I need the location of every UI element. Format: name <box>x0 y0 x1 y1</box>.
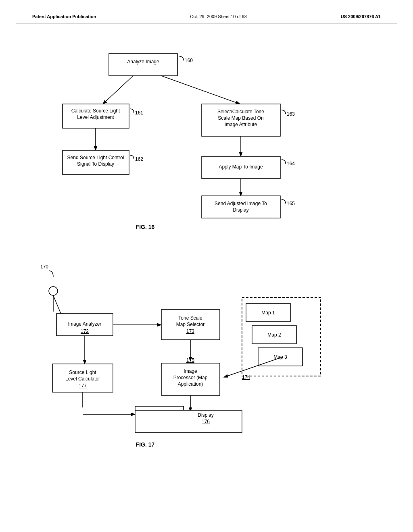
svg-text:FIG. 16: FIG. 16 <box>136 224 155 230</box>
svg-line-6 <box>161 76 240 104</box>
header-center: Oct. 29, 2009 Sheet 10 of 93 <box>190 14 247 19</box>
svg-text:Level Calculator: Level Calculator <box>65 376 100 382</box>
svg-text:Map 2: Map 2 <box>267 332 281 338</box>
svg-text:Application): Application) <box>178 381 203 387</box>
svg-point-33 <box>49 287 58 295</box>
svg-text:172: 172 <box>81 328 89 334</box>
svg-text:Scale Map Based On: Scale Map Based On <box>218 115 263 121</box>
svg-text:Image Attribute: Image Attribute <box>225 122 257 127</box>
svg-text:Image Analyzer: Image Analyzer <box>68 321 102 327</box>
svg-text:Tone Scale: Tone Scale <box>178 315 202 321</box>
svg-text:177: 177 <box>79 383 87 389</box>
svg-text:Source Light: Source Light <box>69 370 96 375</box>
svg-text:160: 160 <box>185 58 193 63</box>
header-right: US 2009/267876 A1 <box>341 14 381 19</box>
svg-text:163: 163 <box>287 111 295 117</box>
svg-text:175: 175 <box>186 357 194 363</box>
svg-text:Display: Display <box>233 207 248 213</box>
svg-text:173: 173 <box>186 328 194 334</box>
svg-text:Image: Image <box>184 368 197 374</box>
svg-text:170: 170 <box>40 264 48 270</box>
svg-text:165: 165 <box>287 201 295 206</box>
header-left: Patent Application Publication <box>32 14 96 19</box>
svg-text:176: 176 <box>202 419 210 424</box>
svg-text:174: 174 <box>242 374 250 380</box>
svg-text:FIG. 17: FIG. 17 <box>136 441 155 448</box>
svg-text:Analyze Image: Analyze Image <box>127 59 159 64</box>
svg-text:161: 161 <box>135 110 143 116</box>
svg-text:Map 1: Map 1 <box>261 310 275 316</box>
svg-line-5 <box>103 76 133 104</box>
svg-text:Send Source Light Control: Send Source Light Control <box>67 155 124 160</box>
svg-text:Level Adjustment: Level Adjustment <box>77 114 114 120</box>
svg-text:Signal To Display: Signal To Display <box>77 161 114 167</box>
svg-line-53 <box>224 357 282 377</box>
svg-text:164: 164 <box>287 161 295 166</box>
svg-text:Processor (Map: Processor (Map <box>173 375 208 380</box>
svg-text:Calculate Source Light: Calculate Source Light <box>71 108 120 114</box>
svg-text:Apply Map To Image: Apply Map To Image <box>219 164 263 170</box>
svg-text:Map 3: Map 3 <box>273 354 287 360</box>
svg-text:Select/Calculate Tone: Select/Calculate Tone <box>217 109 264 114</box>
page: Patent Application Publication Oct. 29, … <box>0 0 413 532</box>
svg-text:Send Adjusted Image To: Send Adjusted Image To <box>215 201 267 206</box>
svg-rect-70 <box>135 410 242 432</box>
svg-text:162: 162 <box>135 156 143 162</box>
svg-rect-2 <box>109 54 177 76</box>
svg-text:Display: Display <box>198 412 213 418</box>
svg-text:Map Selector: Map Selector <box>176 322 205 327</box>
